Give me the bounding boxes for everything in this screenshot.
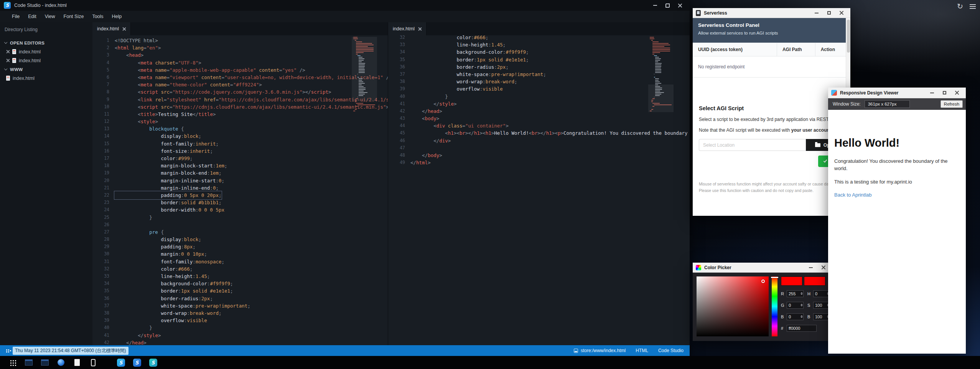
- sidebar-item-index.html[interactable]: index.html: [0, 56, 92, 65]
- code-line[interactable]: color:#666;: [115, 265, 193, 273]
- menu-item-edit[interactable]: Edit: [24, 11, 41, 22]
- menu-item-view[interactable]: View: [41, 11, 59, 22]
- back-to-aprintlab-link[interactable]: Back to Aprintlab: [834, 192, 960, 198]
- window-size-value[interactable]: 361px x 627px: [865, 100, 910, 108]
- code-line[interactable]: margin-inline-start:0;: [115, 177, 224, 184]
- code-line[interactable]: white-space:pre-wrap!important;: [410, 71, 546, 78]
- code-line[interactable]: <script src="https://cdnjs.cloudflare.co…: [115, 103, 388, 111]
- code-line[interactable]: word-wrap:break-word;: [410, 78, 517, 85]
- code-line[interactable]: }: [115, 324, 152, 331]
- status-file-path[interactable]: store:/www/index.html: [574, 348, 626, 353]
- code-line[interactable]: <style>: [115, 118, 158, 125]
- code-line[interactable]: line-height:1.45;: [115, 273, 210, 280]
- code-line[interactable]: blockquote {: [115, 125, 184, 132]
- menu-item-font-size[interactable]: Font Size: [59, 11, 88, 22]
- code-line[interactable]: border-radius:2px;: [410, 63, 509, 71]
- code-line[interactable]: <script src="https://code.jquery.com/jqu…: [115, 88, 331, 96]
- code-line[interactable]: border-width:0 0 0 5px: [115, 206, 224, 213]
- code-line[interactable]: </style>: [115, 332, 161, 339]
- code-line[interactable]: <meta name="theme-color" content="#ff922…: [115, 81, 262, 88]
- hex-input[interactable]: [787, 325, 817, 332]
- code-line[interactable]: padding:8px;: [115, 243, 196, 250]
- code-line[interactable]: font-size:inherit;: [115, 147, 213, 155]
- hamburger-menu-icon[interactable]: [970, 4, 976, 9]
- code-editor-2[interactable]: 323334353637383940414243444546474849 col…: [388, 35, 690, 345]
- menu-item-tools[interactable]: Tools: [88, 11, 107, 22]
- minimize-button[interactable]: [810, 8, 823, 18]
- code-line[interactable]: background-color:#f9f9f9;: [410, 48, 529, 56]
- code-line[interactable]: <meta name="apple-mobile-web-app-capable…: [115, 66, 305, 74]
- code-line[interactable]: </head>: [410, 108, 442, 115]
- minimap-2[interactable]: [650, 37, 672, 112]
- code-line[interactable]: <meta name="viewport" content="user-scal…: [115, 74, 388, 81]
- saturation-field[interactable]: [697, 276, 769, 336]
- code-line[interactable]: </head>: [115, 339, 147, 345]
- minimap-viewport[interactable]: [352, 37, 377, 101]
- taskbar-app-window-2[interactable]: [37, 356, 53, 369]
- code-line[interactable]: border-radius:2px;: [115, 295, 213, 302]
- close-icon[interactable]: [122, 27, 126, 31]
- minimap-viewport[interactable]: [648, 84, 674, 112]
- code-line[interactable]: </body>: [410, 152, 442, 159]
- close-icon[interactable]: [6, 50, 10, 53]
- sidebar-item-index.html[interactable]: index.html: [0, 47, 92, 56]
- color-picker-titlebar[interactable]: Color Picker: [693, 263, 832, 273]
- code-line[interactable]: <title>Testing Site</title>: [115, 111, 216, 118]
- code-line[interactable]: </html>: [410, 159, 431, 166]
- code-line[interactable]: }: [410, 93, 448, 100]
- hue-slider[interactable]: [772, 276, 777, 336]
- spinner-icon[interactable]: [800, 314, 803, 319]
- taskbar-code-studio-3[interactable]: S: [145, 356, 161, 369]
- code-line[interactable]: overflow:visible: [410, 85, 503, 93]
- code-line[interactable]: </div>: [410, 137, 451, 144]
- code-line[interactable]: border:1px solid #e1e1e1;: [410, 56, 529, 63]
- minimize-button[interactable]: [926, 88, 938, 98]
- spinner-icon[interactable]: [800, 303, 803, 308]
- restore-button[interactable]: [661, 1, 674, 10]
- minimap-1[interactable]: [353, 37, 376, 112]
- code-line[interactable]: padding:0 5px 0 20px;: [115, 192, 221, 199]
- code-line[interactable]: color:#666;: [410, 35, 488, 41]
- location-input[interactable]: [699, 139, 806, 151]
- close-icon[interactable]: [418, 27, 422, 31]
- code-line[interactable]: line-height:1.45;: [410, 41, 506, 48]
- code-line[interactable]: display:block;: [115, 132, 201, 140]
- code-line[interactable]: margin:0 0 10px;: [115, 250, 207, 258]
- code-line[interactable]: margin-inline-end:0;: [115, 184, 219, 192]
- sidebar-section-www[interactable]: WWW: [0, 65, 92, 74]
- maximize-button[interactable]: [823, 8, 835, 18]
- tab-index-html-1[interactable]: index.html: [92, 22, 131, 35]
- code-line[interactable]: <h1><br></h1><h1>Hello World!<br></h1><p…: [410, 129, 690, 137]
- close-icon[interactable]: [6, 59, 10, 62]
- close-button[interactable]: [674, 1, 686, 10]
- viewer-titlebar[interactable]: Responsive Design Viewer: [828, 88, 966, 98]
- code-line[interactable]: <html lang="en">: [115, 44, 161, 51]
- code-line[interactable]: background-color:#f9f9f9;: [115, 280, 233, 287]
- hue-selector[interactable]: [771, 277, 778, 278]
- code-line[interactable]: <head>: [115, 51, 143, 59]
- taskbar-search[interactable]: [53, 356, 69, 369]
- code-line[interactable]: }: [115, 214, 152, 221]
- code-line[interactable]: white-space:pre-wrap!important;: [115, 302, 250, 309]
- taskbar-phone[interactable]: [85, 356, 101, 369]
- sidebar-item-index.html[interactable]: index.html: [0, 74, 92, 83]
- taskbar-document[interactable]: [69, 356, 85, 369]
- status-timestamp[interactable]: Thu May 11 2023 21:54:48 GMT+0800 (台北標準時…: [13, 347, 128, 355]
- code-line[interactable]: <meta charset="UTF-8">: [115, 59, 201, 66]
- code-line[interactable]: word-wrap:break-word;: [115, 309, 221, 317]
- code-line[interactable]: pre {: [115, 228, 164, 236]
- code-line[interactable]: <div class="ui container">: [410, 122, 509, 129]
- code-line[interactable]: </style>: [410, 100, 456, 108]
- minimize-button[interactable]: [805, 263, 817, 272]
- code-line[interactable]: display:block;: [115, 236, 201, 243]
- minimize-button[interactable]: [649, 1, 661, 10]
- code-line[interactable]: <link rel="stylesheet" href="https://cdn…: [115, 96, 388, 103]
- saturation-selector[interactable]: [761, 280, 765, 283]
- code-line[interactable]: border:1px solid #e1e1e1;: [115, 287, 233, 295]
- spinner-icon[interactable]: [800, 291, 803, 296]
- maximize-button[interactable]: [938, 88, 950, 98]
- code-line[interactable]: <body>: [410, 115, 439, 122]
- start-menu-button[interactable]: [5, 356, 21, 369]
- refresh-button[interactable]: Refresh: [940, 100, 963, 108]
- status-language[interactable]: HTML: [636, 348, 648, 353]
